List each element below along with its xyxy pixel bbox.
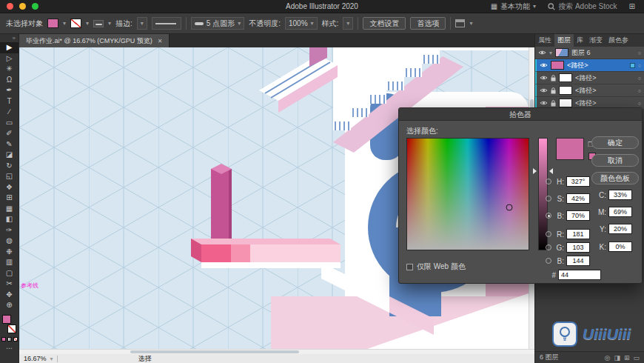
color-field[interactable] [406,138,529,250]
visibility-eye-icon[interactable] [540,75,548,81]
scale-tool[interactable]: ◱ [0,171,19,182]
zoom-level[interactable]: 16.67% [24,355,47,362]
mesh-tool[interactable]: ▦ [0,204,19,215]
stroke-color-swatch[interactable] [70,19,81,28]
stock-search[interactable]: 搜索 Adobe Stock [548,1,617,12]
tab-gradient[interactable]: 渐变 [586,34,606,47]
paintbrush-tool[interactable]: ✐ [0,128,19,139]
fill-proxy-swatch[interactable] [2,315,11,324]
horizontal-scrollbar-thumb[interactable] [130,350,299,353]
delete-layer-icon[interactable]: ▭ [633,354,640,362]
green-radio[interactable] [546,244,551,250]
layer-row[interactable]: <路径> ○ [535,59,644,72]
target-circle-icon[interactable]: ○ [638,101,641,106]
target-circle-icon[interactable]: ○ [638,88,641,93]
layer-row[interactable]: <路径> ○ [535,72,644,84]
rotate-tool[interactable]: ↻ [0,161,19,172]
web-only-checkbox[interactable] [406,264,413,270]
horizontal-scrollbar[interactable] [19,349,534,354]
lock-icon[interactable] [551,75,556,81]
chevron-down-icon[interactable]: ▾ [86,20,89,27]
opacity-dropdown[interactable]: 100% ▾ [285,17,318,30]
eraser-tool[interactable]: ◪ [0,150,19,161]
green-input[interactable]: 103 [566,242,590,253]
make-mask-icon[interactable]: ◨ [614,354,620,362]
visibility-eye-icon[interactable] [540,87,548,93]
column-graph-tool[interactable]: ▥ [0,257,19,268]
apps-grid-icon[interactable]: ⊞ [629,2,635,10]
layer-name[interactable]: <路径> [575,73,635,83]
brush-dropdown[interactable]: 5 点圆形 ▾ [191,17,244,30]
red-input[interactable]: 181 [566,229,590,239]
yellow-input[interactable]: 20% [608,224,632,234]
locate-object-icon[interactable]: ◎ [605,354,611,362]
magic-wand-tool[interactable]: ✳ [0,64,19,75]
brush-definition-icon[interactable] [93,20,104,27]
type-tool[interactable]: T [0,96,19,107]
tab-libraries[interactable]: 库 [574,34,586,47]
lock-icon[interactable] [551,87,556,94]
fill-color-swatch[interactable] [47,19,58,28]
tab-layers[interactable]: 图层 [554,34,574,47]
zoom-window-button[interactable] [32,3,38,10]
artboard-tool[interactable]: ▢ [0,268,19,279]
document-setup-button[interactable]: 文档设置 [363,17,406,30]
preferences-button[interactable]: 首选项 [410,17,446,30]
stroke-proxy-swatch[interactable] [7,324,16,333]
hue-input[interactable]: 327° [566,176,590,187]
brightness-input[interactable]: 70% [566,210,590,221]
lasso-tool[interactable]: Ω [0,75,19,86]
target-circle-icon[interactable]: ○ [638,50,641,56]
rectangle-tool[interactable]: ▭ [0,118,19,129]
gradient-mode-button[interactable] [7,337,12,342]
chevron-down-icon[interactable]: ▾ [50,356,53,362]
black-input[interactable]: 0% [608,242,632,252]
layer-row[interactable]: <路径> ○ [535,84,644,97]
hex-input[interactable]: 44 [558,270,601,280]
red-radio[interactable] [546,231,551,237]
color-swatches-button[interactable]: 颜色色板 [591,172,639,184]
saturation-radio[interactable] [546,196,551,202]
target-circle-icon[interactable]: ○ [638,76,641,81]
ok-button[interactable]: 确定 [591,136,639,149]
line-segment-tool[interactable]: ∕ [0,107,19,118]
close-window-button[interactable] [7,3,13,10]
workspace-switcher[interactable]: ▦ 基本功能 ▾ [491,1,536,12]
pencil-tool[interactable]: ✎ [0,139,19,150]
new-layer-icon[interactable]: ⊞ [624,354,630,362]
layer-name[interactable]: <路径> [575,99,635,108]
slider-arrow-left-icon[interactable] [533,168,537,174]
stroke-weight-dropdown[interactable]: ▾ [137,17,147,30]
visibility-eye-icon[interactable] [540,100,548,106]
layer-row[interactable]: ▾ 图层 6 ○ [535,47,644,59]
slice-tool[interactable]: ✂ [0,279,19,290]
expand-caret-icon[interactable]: ▾ [549,50,552,56]
blue-radio[interactable] [546,258,551,264]
edit-toolbar-icon[interactable]: ⋯ [6,344,13,352]
style-dropdown[interactable]: ▾ [343,17,353,30]
cyan-input[interactable]: 33% [608,190,632,200]
visibility-eye-icon[interactable] [540,62,548,68]
visibility-eye-icon[interactable] [538,50,546,56]
blend-tool[interactable]: ◍ [0,236,19,247]
gradient-tool[interactable]: ◧ [0,214,19,225]
selection-tool[interactable]: ▶ [0,42,19,53]
symbol-sprayer-tool[interactable]: ❉ [0,247,19,258]
minimize-window-button[interactable] [19,3,26,10]
hue-radio[interactable] [546,179,551,184]
color-mode-button[interactable] [1,337,6,342]
target-circle-icon[interactable]: ○ [638,63,641,68]
zoom-tool[interactable]: ⊕ [0,300,19,311]
brightness-radio[interactable] [546,213,551,219]
color-field-marker[interactable] [506,204,512,211]
shape-builder-tool[interactable]: ❖ [0,182,19,193]
chevron-down-icon[interactable]: ▾ [469,20,472,27]
tab-color-guide[interactable]: 颜色参 [606,34,631,47]
close-tab-icon[interactable]: ✕ [158,38,163,44]
arrange-documents-icon[interactable] [455,19,465,27]
width-profile-dropdown[interactable] [152,17,181,30]
lock-icon[interactable] [551,100,556,107]
saturation-input[interactable]: 42% [566,193,590,204]
direct-selection-tool[interactable]: ▷ [0,53,19,64]
document-tab[interactable]: 毕业作业.ai* @ 16.67% (CMYK/GPU 预览) ✕ [19,34,170,47]
